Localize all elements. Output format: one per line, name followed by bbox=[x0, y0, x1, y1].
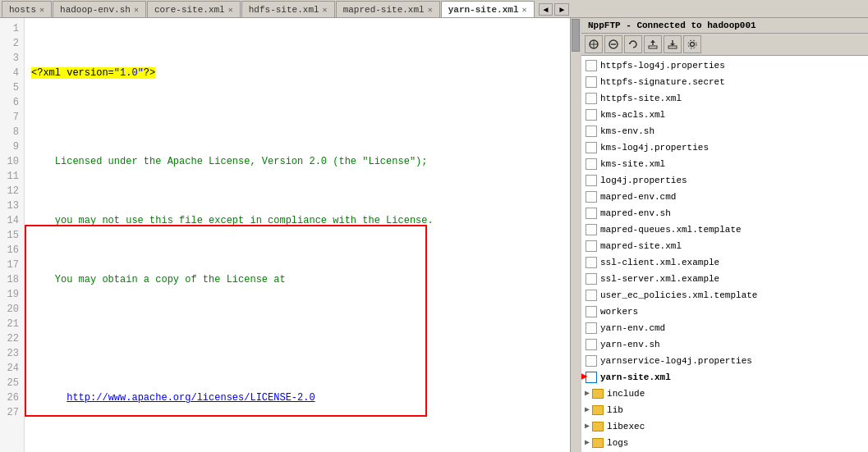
svg-rect-6 bbox=[649, 46, 657, 48]
tree-item-label: httpfs-site.xml bbox=[600, 91, 682, 106]
tree-item-label: yarn-site.xml bbox=[600, 370, 671, 385]
tab-hosts[interactable]: hosts ✕ bbox=[2, 1, 52, 17]
tab-yarn-site-close[interactable]: ✕ bbox=[522, 5, 527, 15]
tree-item-yarn-site[interactable]: yarn-site.xml bbox=[581, 369, 868, 386]
tab-mapred-site-close[interactable]: ✕ bbox=[428, 5, 433, 15]
tree-item-yarn-env-sh[interactable]: yarn-env.sh bbox=[581, 336, 868, 353]
tree-item-httpfs-log4j[interactable]: httpfs-log4j.properties bbox=[581, 57, 868, 74]
tree-item-label: lib bbox=[607, 403, 623, 418]
tab-hdfs-site-close[interactable]: ✕ bbox=[323, 5, 328, 15]
tab-hadoop-env[interactable]: hadoop-env.sh ✕ bbox=[53, 1, 146, 17]
tree-item-label: yarnservice-log4j.properties bbox=[600, 354, 752, 368]
tab-yarn-site[interactable]: yarn-site.xml ✕ bbox=[441, 1, 535, 17]
tree-item-label: kms-log4j.properties bbox=[600, 140, 709, 155]
tree-item-httpfs-site[interactable]: httpfs-site.xml bbox=[581, 90, 868, 107]
tree-item-mapred-queues[interactable]: mapred-queues.xml.template bbox=[581, 221, 868, 238]
file-icon-yarnservice-log4j bbox=[585, 354, 598, 368]
tree-item-user-ec[interactable]: user_ec_policies.xml.template bbox=[581, 287, 868, 304]
tree-item-kms-acls[interactable]: kms-acls.xml bbox=[581, 107, 868, 123]
tree-item-yarn-env-cmd[interactable]: yarn-env.cmd bbox=[581, 320, 868, 336]
tree-item-lib-folder[interactable]: ▶ lib bbox=[581, 402, 868, 418]
code-content[interactable]: <?xml version="1.0"?> Licensed under the… bbox=[25, 18, 570, 452]
line-numbers: 12345 678910 1112131415 1617181920 21222… bbox=[0, 18, 25, 452]
tree-item-yarnservice-log4j[interactable]: yarnservice-log4j.properties bbox=[581, 353, 868, 369]
file-icon-ssl-server bbox=[585, 272, 598, 285]
tab-hdfs-site-label: hdfs-site.xml bbox=[249, 5, 319, 15]
tree-item-kms-log4j[interactable]: kms-log4j.properties bbox=[581, 139, 868, 156]
tree-item-ssl-server[interactable]: ssl-server.xml.example bbox=[581, 271, 868, 287]
tree-item-label: workers bbox=[600, 304, 638, 319]
tree-item-label: mapred-env.cmd bbox=[600, 189, 676, 204]
panel-title: NppFTP - Connected to hadoop001 bbox=[588, 21, 756, 30]
tree-item-ssl-client[interactable]: ssl-client.xml.example bbox=[581, 254, 868, 271]
tree-item-label: include bbox=[607, 386, 645, 401]
tree-item-httpfs-signature[interactable]: httpfs-signature.secret bbox=[581, 74, 868, 90]
tree-item-label: ssl-client.xml.example bbox=[600, 255, 719, 270]
svg-rect-9 bbox=[668, 46, 677, 48]
tree-item-label: kms-site.xml bbox=[600, 157, 665, 171]
tree-item-label: user_ec_policies.xml.template bbox=[600, 288, 757, 303]
tree-item-workers[interactable]: workers bbox=[581, 304, 868, 320]
tab-next-btn[interactable]: ► bbox=[554, 3, 569, 16]
folder-icon-include bbox=[591, 387, 604, 400]
tree-item-label: mapred-queues.xml.template bbox=[600, 222, 742, 237]
file-icon-httpfs-log4j bbox=[585, 59, 598, 72]
folder-icon-logs bbox=[591, 436, 604, 450]
file-icon-ssl-client bbox=[585, 256, 598, 269]
tab-yarn-site-label: yarn-site.xml bbox=[448, 5, 519, 15]
toolbar-settings-btn[interactable] bbox=[683, 35, 701, 53]
tree-item-include-folder[interactable]: ▶ include bbox=[581, 386, 868, 402]
toolbar-disconnect-btn[interactable] bbox=[604, 35, 622, 53]
tree-item-mapred-site[interactable]: mapred-site.xml bbox=[581, 238, 868, 254]
red-arrow-icon bbox=[581, 369, 590, 384]
toolbar-upload-btn[interactable] bbox=[644, 35, 662, 53]
tab-hadoop-env-label: hadoop-env.sh bbox=[60, 5, 131, 15]
scrollbar-thumb[interactable] bbox=[572, 19, 580, 52]
tree-item-kms-site[interactable]: kms-site.xml bbox=[581, 156, 868, 172]
tree-item-label: log4j.properties bbox=[600, 173, 687, 188]
tab-core-site-label: core-site.xml bbox=[154, 5, 225, 15]
tab-hosts-label: hosts bbox=[9, 5, 36, 15]
toolbar-connect-btn[interactable] bbox=[585, 35, 603, 53]
tree-item-label: mapred-env.sh bbox=[600, 206, 671, 221]
toolbar-download-btn[interactable] bbox=[664, 35, 682, 53]
file-icon-yarn-env-sh bbox=[585, 338, 598, 351]
chevron-right-icon: ▶ bbox=[585, 419, 590, 434]
tab-hosts-close[interactable]: ✕ bbox=[39, 5, 44, 15]
file-icon-yarn-env-cmd bbox=[585, 322, 598, 335]
panel-header: NppFTP - Connected to hadoop001 bbox=[581, 18, 868, 34]
code-container[interactable]: 12345 678910 1112131415 1617181920 21222… bbox=[0, 18, 580, 452]
panel-toolbar bbox=[581, 34, 868, 56]
file-icon-kms-log4j bbox=[585, 141, 598, 154]
red-border-box bbox=[25, 225, 427, 417]
vertical-scrollbar[interactable] bbox=[570, 18, 580, 452]
tab-hadoop-env-close[interactable]: ✕ bbox=[134, 5, 139, 15]
tab-mapred-site-label: mapred-site.xml bbox=[343, 5, 425, 15]
tree-item-logs-folder[interactable]: ▶ logs bbox=[581, 435, 868, 451]
tab-hdfs-site[interactable]: hdfs-site.xml ✕ bbox=[241, 1, 335, 17]
tab-core-site-close[interactable]: ✕ bbox=[228, 5, 233, 15]
tab-prev-btn[interactable]: ◄ bbox=[539, 3, 553, 16]
tree-item-mapred-env-sh[interactable]: mapred-env.sh bbox=[581, 205, 868, 221]
file-icon-user-ec bbox=[585, 289, 598, 302]
tree-item-mapred-env-cmd[interactable]: mapred-env.cmd bbox=[581, 189, 868, 205]
editor-area: 12345 678910 1112131415 1617181920 21222… bbox=[0, 18, 581, 452]
tree-item-label: yarn-env.cmd bbox=[600, 321, 665, 336]
file-icon-httpfs-site bbox=[585, 92, 598, 105]
tree-item-kms-env[interactable]: kms-env.sh bbox=[581, 123, 868, 139]
tree-item-label: logs bbox=[607, 436, 628, 450]
main-area: 12345 678910 1112131415 1617181920 21222… bbox=[0, 18, 868, 452]
tab-core-site[interactable]: core-site.xml ✕ bbox=[147, 1, 241, 17]
chevron-right-icon: ▶ bbox=[585, 436, 590, 450]
file-icon-mapred-env-cmd bbox=[585, 190, 598, 203]
tab-mapred-site[interactable]: mapred-site.xml ✕ bbox=[336, 1, 440, 17]
tree-item-libexec-folder[interactable]: ▶ libexec bbox=[581, 418, 868, 435]
file-icon-mapred-queues bbox=[585, 223, 598, 236]
tab-bar: hosts ✕ hadoop-env.sh ✕ core-site.xml ✕ … bbox=[0, 0, 868, 18]
toolbar-refresh-btn[interactable] bbox=[624, 35, 642, 53]
file-icon-kms-site bbox=[585, 158, 598, 171]
file-tree[interactable]: httpfs-log4j.properties httpfs-signature… bbox=[581, 56, 868, 452]
file-icon-mapred-site bbox=[585, 240, 598, 253]
tree-item-label: kms-acls.xml bbox=[600, 107, 665, 122]
tree-item-log4j[interactable]: log4j.properties bbox=[581, 172, 868, 189]
